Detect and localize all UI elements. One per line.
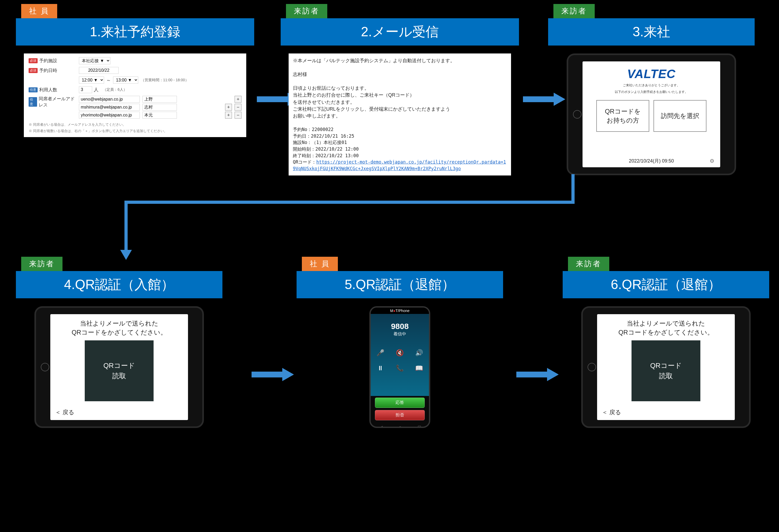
remove-row-button[interactable]: − <box>235 112 241 119</box>
step-4: 来訪者 4.QR認証（入館） 当社よりメールで送られた QRコードをかざしてくだ… <box>16 257 223 428</box>
email-name-input[interactable] <box>142 112 177 119</box>
field-value: 2022/10/22 13:00 <box>315 153 359 158</box>
nav-back-icon[interactable]: ◁ <box>379 424 382 428</box>
nav-home-icon[interactable]: ○ <box>399 424 402 428</box>
phone-app-name: M●T/Phone <box>371 308 429 314</box>
role-tag-employee: 社 員 <box>302 257 338 271</box>
arrow-icon <box>251 368 294 381</box>
field-value: 2022/10/21 16:25 <box>311 133 354 139</box>
role-tag-visitor: 来訪者 <box>21 257 62 271</box>
required-badge: 必須 <box>28 58 38 63</box>
call-status: 着信中 <box>371 331 429 337</box>
back-button[interactable]: ＜ 戻る <box>602 408 621 416</box>
form-footnote: ※ 同席者が複数いる場合は、右の「＋」ボタンを押して入力エリアを追加してください… <box>28 129 241 133</box>
role-tag-visitor: 来訪者 <box>286 4 327 18</box>
step-6: 来訪者 6.QR認証（退館） 当社よりメールで送られた QRコードをかざしてくだ… <box>563 257 769 428</box>
date-input[interactable] <box>79 67 119 74</box>
optional-badge: 任意 <box>28 87 38 92</box>
gear-icon[interactable]: ⚙ <box>710 158 714 164</box>
time-sep: ～ <box>106 77 111 83</box>
select-destination-button[interactable]: 訪問先を選択 <box>654 100 707 132</box>
location-select[interactable]: 本社応接 ▼ <box>79 57 110 64</box>
add-row-button[interactable]: + <box>225 112 232 119</box>
label-people: 利用人数 <box>39 87 57 93</box>
email-greeting: 志村様 <box>293 71 507 78</box>
speaker-icon[interactable]: 🔊 <box>414 347 424 358</box>
role-tag-employee: 社 員 <box>21 4 57 18</box>
role-tag-visitor: 来訪者 <box>568 257 609 271</box>
time-from-select[interactable]: 12:00 ▼ <box>79 76 104 84</box>
email-line: を送付させていただきます。 <box>293 99 507 106</box>
nav-recent-icon[interactable]: □ <box>418 424 421 428</box>
email-line: ご来社時に下記URLをクリックし、受付端末にかざしていただきますよう <box>293 106 507 113</box>
qr-scan-box[interactable]: QRコード 読取 <box>632 340 700 401</box>
qr-instruction: 当社よりメールで送られた <box>50 319 188 328</box>
reservation-form: 必須予約施設 本社応接 ▼ 必須予約日時 12:00 ▼ ～ 13:00 ▼ （… <box>24 54 246 137</box>
label-emails: 同席者メールアドレス <box>39 96 79 108</box>
reception-datetime: 2022/10/24(月) 09:50 <box>583 158 720 164</box>
email-line: お願い申し上げます。 <box>293 113 507 119</box>
email-name-input[interactable] <box>142 96 177 103</box>
arrow-icon <box>516 368 559 381</box>
qr-instruction: QRコードをかざしてください。 <box>597 328 735 337</box>
role-tag-visitor: 来訪者 <box>553 4 595 18</box>
field-label: 終了時刻： <box>293 153 315 158</box>
people-unit: 人 <box>94 86 99 93</box>
email-addr-input[interactable] <box>79 112 140 119</box>
pause-icon[interactable]: ⏸ <box>375 363 386 374</box>
add-row-button[interactable]: + <box>225 104 232 111</box>
reception-subtitle: 以下のボタンより入館手続きをお願いいたします。 <box>583 90 720 94</box>
qr-url-link[interactable]: https://project-mot-demo.webjapan.co.jp/… <box>293 159 506 171</box>
step-5: 社 員 5.QR認証（退館） M●T/Phone 9808 着信中 🎤 🔇 🔊 … <box>297 257 503 428</box>
step-1: 社 員 1.来社予約登録 必須予約施設 本社応接 ▼ 必須予約日時 12:00 … <box>16 4 254 137</box>
required-badge: 必須 <box>28 68 38 73</box>
form-footnote: ※ 同席者がいる場合は、メールアドレスを入力してください。 <box>28 122 241 127</box>
step1-title: 1.来社予約登録 <box>16 18 254 46</box>
reception-screen: VALTEC ご来社いただきありがとうございます。 以下のボタンより入館手続きを… <box>583 61 720 167</box>
mute-icon[interactable]: 🔇 <box>395 347 405 358</box>
time-to-select[interactable]: 13:00 ▼ <box>113 76 138 84</box>
qr-instruction: QRコードをかざしてください。 <box>50 328 188 337</box>
home-button-icon <box>588 363 596 371</box>
field-label: 開始時刻： <box>293 146 315 152</box>
email-addr-input[interactable] <box>79 104 140 111</box>
answer-button[interactable]: 応答 <box>375 398 425 408</box>
optional-badge: 任意 <box>28 97 37 107</box>
people-input[interactable] <box>79 86 92 93</box>
tablet-device: 当社よりメールで送られた QRコードをかざしてください。 QRコード 読取 ＜ … <box>35 306 204 428</box>
add-row-button[interactable]: + <box>235 96 241 103</box>
field-label: QRコード： <box>293 159 316 164</box>
incoming-number: 9808 <box>371 314 429 331</box>
back-button[interactable]: ＜ 戻る <box>55 408 74 416</box>
email-addr-input[interactable] <box>79 96 140 103</box>
email-header: ※本メールは「バルテック施設予約システム」より自動送付しております。 <box>293 57 507 64</box>
reject-button[interactable]: 拒否 <box>375 410 425 420</box>
email-line: 日頃よりお世話になっております。 <box>293 85 507 91</box>
home-button-icon <box>41 363 49 371</box>
phone-icon[interactable]: 📞 <box>395 363 405 374</box>
field-label: 予約日： <box>293 133 311 139</box>
field-value: 2022/10/22 12:00 <box>315 146 359 152</box>
capacity-note: （定員：6人） <box>103 87 127 92</box>
step-3: 来訪者 3.来社 VALTEC ご来社いただきありがとうございます。 以下のボタ… <box>548 4 755 175</box>
hours-note: （営業時間：11:00 - 18:00） <box>141 78 189 82</box>
remove-row-button[interactable]: − <box>235 104 241 111</box>
qr-scan-box[interactable]: QRコード 読取 <box>85 340 154 401</box>
step-2: 来訪者 2.メール受信 ※本メールは「バルテック施設予約システム」より自動送付し… <box>281 4 519 176</box>
reception-subtitle: ご来社いただきありがとうございます。 <box>583 83 720 88</box>
qr-holder-button[interactable]: QRコードを お持ちの方 <box>596 100 649 132</box>
step6-title: 6.QR認証（退館） <box>563 271 769 298</box>
email-row: + − <box>79 112 241 119</box>
qr-scan-screen: 当社よりメールで送られた QRコードをかざしてください。 QRコード 読取 ＜ … <box>597 314 735 420</box>
contacts-icon[interactable]: 📖 <box>414 363 424 374</box>
step3-title: 3.来社 <box>548 18 755 46</box>
qr-instruction: 当社よりメールで送られた <box>597 319 735 328</box>
qr-scan-screen: 当社よりメールで送られた QRコードをかざしてください。 QRコード 読取 ＜ … <box>50 314 188 420</box>
email-name-input[interactable] <box>142 104 177 111</box>
step2-title: 2.メール受信 <box>281 18 519 46</box>
mic-icon[interactable]: 🎤 <box>375 347 386 358</box>
field-value: （1）本社応接01 <box>312 140 347 145</box>
field-label: 施設No： <box>293 140 312 145</box>
flow-connector <box>124 201 575 260</box>
step4-title: 4.QR認証（入館） <box>16 271 223 298</box>
